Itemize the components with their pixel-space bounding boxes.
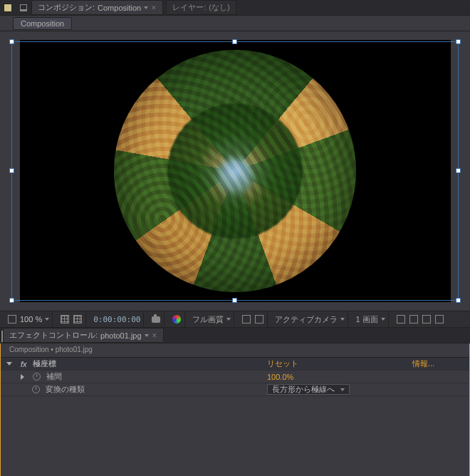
zoom-value[interactable]: 100 %: [20, 315, 42, 324]
flowchart-icon[interactable]: [434, 314, 444, 324]
mask-icon[interactable]: [254, 314, 264, 324]
extra-icons-segment[interactable]: [393, 311, 447, 327]
tab-composition[interactable]: コンポジション: Composition ✕: [31, 0, 163, 15]
zoom-caret-icon[interactable]: [45, 318, 49, 321]
quality-segment[interactable]: フル画質: [189, 311, 234, 327]
snapshot-segment[interactable]: [148, 311, 164, 327]
stopwatch-type-icon[interactable]: [32, 386, 40, 393]
breadcrumb-composition[interactable]: Composition: [13, 17, 72, 30]
tab-composition-name: Composition: [98, 4, 141, 12]
effect-reset-link[interactable]: リセット: [267, 359, 298, 368]
timecode[interactable]: 0:00:00:00: [93, 315, 140, 324]
canvas-wrap[interactable]: [6, 37, 464, 305]
composition-tabbar: コンポジション: Composition ✕ レイヤー: (なし): [0, 0, 470, 16]
fx-tab-close-icon[interactable]: ✕: [152, 332, 157, 339]
views-label: 1 画面: [355, 314, 377, 325]
tab-close-icon[interactable]: ✕: [151, 4, 157, 11]
quality-label: フル画質: [192, 314, 224, 325]
effects-tabbar: エフェクトコントロール: photo01.jpg ✕: [0, 328, 470, 343]
fx-path-comp: Composition: [9, 346, 49, 353]
tab-dropdown-caret-icon[interactable]: [144, 6, 148, 9]
stopwatch-icon[interactable]: [33, 373, 41, 381]
timecode-segment[interactable]: 0:00:00:00: [90, 311, 144, 327]
fast-preview-icon[interactable]: [409, 314, 419, 324]
handle-top-right[interactable]: [456, 39, 461, 44]
timeline-icon[interactable]: [422, 314, 432, 324]
fx-header-row[interactable]: fx 極座標 リセット 情報...: [1, 358, 469, 371]
zoom-segment[interactable]: 100 %: [4, 311, 53, 327]
fx-tab-caret-icon[interactable]: [145, 334, 149, 337]
pixel-aspect-icon[interactable]: [396, 314, 406, 324]
type-label: 変換の種類: [46, 384, 85, 395]
camera-icon[interactable]: [151, 314, 161, 324]
tab-layer[interactable]: レイヤー: (なし): [166, 0, 236, 15]
effects-path: Composition • photo01.jpg: [1, 343, 469, 358]
interp-value[interactable]: 100.0%: [267, 373, 293, 381]
fx-path-file: photo01.jpg: [56, 346, 93, 353]
fx-path-sep: •: [49, 346, 56, 353]
fx-tab-file: photo01.jpg: [100, 331, 142, 340]
lock-icon[interactable]: [17, 1, 30, 14]
tab-layer-prefix: レイヤー:: [172, 2, 206, 13]
quality-caret-icon[interactable]: [226, 318, 231, 321]
fx-row-interpolation: 補間 100.0%: [1, 371, 469, 383]
views-caret-icon[interactable]: [381, 318, 385, 321]
interp-label: 補間: [46, 371, 62, 382]
handle-bot-mid[interactable]: [232, 298, 237, 303]
square-icon: [7, 314, 17, 324]
camera-label: アクティブカメラ: [275, 314, 338, 325]
transparent-grid-icon[interactable]: [241, 314, 251, 324]
handle-top-left[interactable]: [9, 39, 14, 44]
fx-tab-prefix: エフェクトコントロール:: [9, 330, 98, 341]
tab-layer-name: (なし): [209, 2, 229, 13]
handle-mid-right[interactable]: [456, 168, 461, 173]
composition-viewer: [0, 31, 470, 311]
composition-icon: [1, 1, 14, 14]
handle-bot-right[interactable]: [456, 298, 461, 303]
camera-segment[interactable]: アクティブカメラ: [272, 311, 348, 327]
interp-twirl-icon[interactable]: [21, 374, 24, 380]
rgb-icon[interactable]: [172, 314, 182, 324]
view-icons-segment[interactable]: [239, 311, 268, 327]
composition-breadcrumb-bar: Composition: [0, 16, 470, 31]
handle-top-mid[interactable]: [232, 39, 237, 44]
channel-segment[interactable]: [169, 311, 185, 327]
views-segment[interactable]: 1 画面: [352, 311, 388, 327]
tab-effect-controls[interactable]: エフェクトコントロール: photo01.jpg ✕: [3, 328, 164, 343]
layer-selection-outline: [11, 41, 459, 301]
type-value: 長方形から極線へ: [272, 384, 335, 395]
effects-body: fx 極座標 リセット 情報... 補間 100.0%: [1, 358, 469, 396]
grid2-icon: [73, 314, 83, 324]
tab-composition-prefix: コンポジション:: [38, 2, 95, 13]
effect-name[interactable]: 極座標: [33, 358, 56, 369]
handle-mid-left[interactable]: [9, 168, 14, 173]
handle-bot-left[interactable]: [9, 298, 14, 303]
fx-row-type: 変換の種類 長方形から極線へ: [1, 383, 469, 396]
fx-badge[interactable]: fx: [18, 360, 30, 368]
grid-icon: [60, 314, 70, 324]
effects-panel: Composition • photo01.jpg fx 極座標 リセット 情報…: [0, 343, 470, 476]
effect-info-link[interactable]: 情報...: [412, 359, 434, 368]
type-select[interactable]: 長方形から極線へ: [267, 384, 350, 395]
viewer-statusbar: 100 % 0:00:00:00 フル画質 アクティブカメラ 1 画面: [0, 311, 470, 328]
camera-caret-icon[interactable]: [340, 318, 345, 321]
res-segment[interactable]: [57, 311, 86, 327]
type-caret-icon: [340, 388, 345, 391]
fx-twirl-icon[interactable]: [6, 362, 12, 366]
